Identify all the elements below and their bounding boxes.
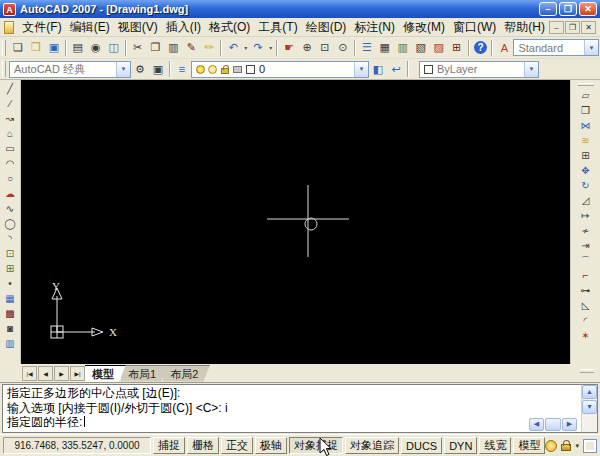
chevron-down-icon[interactable]: ▾ — [524, 62, 538, 77]
menu-dimension[interactable]: 标注(N) — [350, 18, 399, 37]
publish-icon[interactable]: ◫ — [105, 39, 123, 56]
move-icon[interactable]: ✥ — [577, 163, 594, 178]
markup-set-manager-icon[interactable]: ▨ — [430, 39, 448, 56]
offset-icon[interactable]: ≋ — [577, 133, 594, 148]
spline-icon[interactable]: ∿ — [2, 201, 19, 216]
restore-button[interactable]: ❐ — [559, 2, 577, 16]
menu-edit[interactable]: 编辑(E) — [66, 18, 114, 37]
communication-center-icon[interactable] — [545, 440, 557, 452]
drawing-file-icon[interactable] — [4, 21, 14, 34]
chevron-down-icon[interactable]: ▾ — [116, 62, 130, 77]
text-style-icon[interactable]: A — [495, 39, 513, 56]
toolbar-grip[interactable] — [578, 83, 594, 86]
tab-layout1[interactable]: 布局1 — [121, 365, 168, 382]
color-control-select[interactable]: ByLayer ▾ — [419, 61, 539, 78]
zoom-realtime-icon[interactable]: ⊕ — [298, 39, 316, 56]
command-input-line[interactable]: 指定圆的半径: — [7, 415, 579, 430]
plot-preview-icon[interactable]: ◉ — [87, 39, 105, 56]
scroll-right-icon[interactable]: ▶ — [562, 418, 577, 431]
construction-line-icon[interactable]: ∕ — [2, 96, 19, 111]
mdi-minimize-button[interactable]: – — [549, 21, 564, 34]
explode-icon[interactable]: ✶ — [577, 328, 594, 343]
designcenter-icon[interactable]: ▦ — [376, 39, 394, 56]
block-editor-icon[interactable]: ✏ — [200, 39, 218, 56]
tab-first-button[interactable]: |◀ — [22, 366, 37, 381]
save-icon[interactable]: ▣ — [45, 39, 63, 56]
menu-insert[interactable]: 插入(I) — [162, 18, 205, 37]
circle-icon[interactable]: ○ — [2, 171, 19, 186]
sheet-set-manager-icon[interactable]: ▧ — [412, 39, 430, 56]
new-icon[interactable]: ❏ — [9, 39, 27, 56]
layer-on-bulb-icon[interactable] — [196, 65, 205, 74]
tab-last-button[interactable]: ▶| — [70, 366, 85, 381]
polar-toggle[interactable]: 极轴 — [255, 437, 287, 454]
menu-format[interactable]: 格式(O) — [205, 18, 254, 37]
open-icon[interactable]: ❒ — [27, 39, 45, 56]
table-icon[interactable]: ▥ — [2, 336, 19, 351]
menu-help[interactable]: 帮助(H) — [500, 18, 549, 37]
osnap-toggle[interactable]: 对象捕捉 — [289, 437, 343, 454]
command-window[interactable]: 指定正多边形的中心点或 [边(E)]: 输入选项 [内接于圆(I)/外切于圆(C… — [2, 384, 598, 433]
toolbar-grip[interactable] — [2, 40, 6, 56]
toolbar-lock-icon[interactable] — [561, 444, 571, 451]
menu-view[interactable]: 视图(V) — [114, 18, 162, 37]
arc-icon[interactable]: ◠ — [2, 156, 19, 171]
model-space-toggle[interactable]: 模型 — [513, 437, 545, 454]
redo-icon[interactable]: ↷ — [249, 39, 267, 56]
trim-icon[interactable]: ≁ — [577, 223, 594, 238]
menu-tools[interactable]: 工具(T) — [254, 18, 301, 37]
paste-icon[interactable]: ▥ — [165, 39, 183, 56]
tool-palettes-icon[interactable]: ▥ — [394, 39, 412, 56]
make-object-layer-current-icon[interactable]: ◧ — [369, 61, 387, 78]
stretch-icon[interactable]: ↦ — [577, 208, 594, 223]
coordinate-readout[interactable]: 916.7468, 335.5247, 0.0000 — [3, 437, 151, 454]
copy-icon[interactable]: ❐ — [147, 39, 165, 56]
revision-cloud-icon[interactable]: ☁ — [2, 186, 19, 201]
array-icon[interactable]: ⊞ — [577, 148, 594, 163]
minimize-button[interactable]: – — [539, 2, 557, 16]
scale-icon[interactable]: ◿ — [577, 193, 594, 208]
drawing-canvas[interactable]: Y X — [21, 80, 570, 364]
lineweight-toggle[interactable]: 线宽 — [479, 437, 511, 454]
tab-layout2[interactable]: 布局2 — [163, 365, 210, 382]
scroll-left-icon[interactable]: ◀ — [529, 418, 544, 431]
match-properties-icon[interactable]: ✎ — [182, 39, 200, 56]
ortho-toggle[interactable]: 正交 — [221, 437, 253, 454]
gradient-icon[interactable]: ▩ — [2, 306, 19, 321]
quickcalc-icon[interactable]: ⊞ — [448, 39, 466, 56]
tab-model[interactable]: 模型 — [85, 365, 126, 382]
layer-lock-icon[interactable] — [221, 68, 229, 74]
mdi-close-button[interactable]: ✕ — [581, 21, 596, 34]
close-button[interactable]: ✕ — [579, 2, 597, 16]
make-block-icon[interactable]: ⊞ — [2, 261, 19, 276]
polygon-icon[interactable]: ⌂ — [2, 126, 19, 141]
snap-toggle[interactable]: 捕捉 — [153, 437, 185, 454]
chevron-down-icon[interactable]: ▾ — [584, 40, 598, 55]
menu-modify[interactable]: 修改(M) — [399, 18, 449, 37]
layer-plot-icon[interactable] — [233, 66, 242, 73]
tab-next-button[interactable]: ▶ — [54, 366, 69, 381]
menu-draw[interactable]: 绘图(D) — [302, 18, 351, 37]
layer-color-swatch[interactable] — [246, 65, 255, 74]
layer-select[interactable]: 0 ▾ — [191, 61, 369, 78]
mdi-restore-button[interactable]: ❐ — [565, 21, 580, 34]
break-icon[interactable]: ⌐ — [577, 268, 594, 283]
undo-icon[interactable]: ↶ — [224, 39, 242, 56]
scroll-down-icon[interactable]: ▼ — [582, 400, 597, 414]
help-icon[interactable]: ? — [472, 39, 490, 56]
erase-icon[interactable]: ▱ — [577, 88, 594, 103]
redo-dropdown-icon[interactable]: ▾ — [267, 44, 274, 51]
command-vertical-scrollbar[interactable]: ▲ ▼ — [581, 385, 597, 432]
grid-toggle[interactable]: 栅格 — [187, 437, 219, 454]
ducs-toggle[interactable]: DUCS — [401, 437, 442, 454]
menu-window[interactable]: 窗口(W) — [449, 18, 500, 37]
zoom-previous-icon[interactable]: ⊙ — [334, 39, 352, 56]
dock-grip[interactable] — [580, 369, 594, 373]
hatch-icon[interactable]: ▦ — [2, 291, 19, 306]
pan-icon[interactable]: ☛ — [280, 39, 298, 56]
layer-properties-manager-icon[interactable]: ≡ — [173, 61, 191, 78]
extend-icon[interactable]: ⇥ — [577, 238, 594, 253]
dyn-toggle[interactable]: DYN — [444, 437, 477, 454]
clean-screen-button[interactable] — [583, 439, 597, 453]
rotate-icon[interactable]: ↻ — [577, 178, 594, 193]
